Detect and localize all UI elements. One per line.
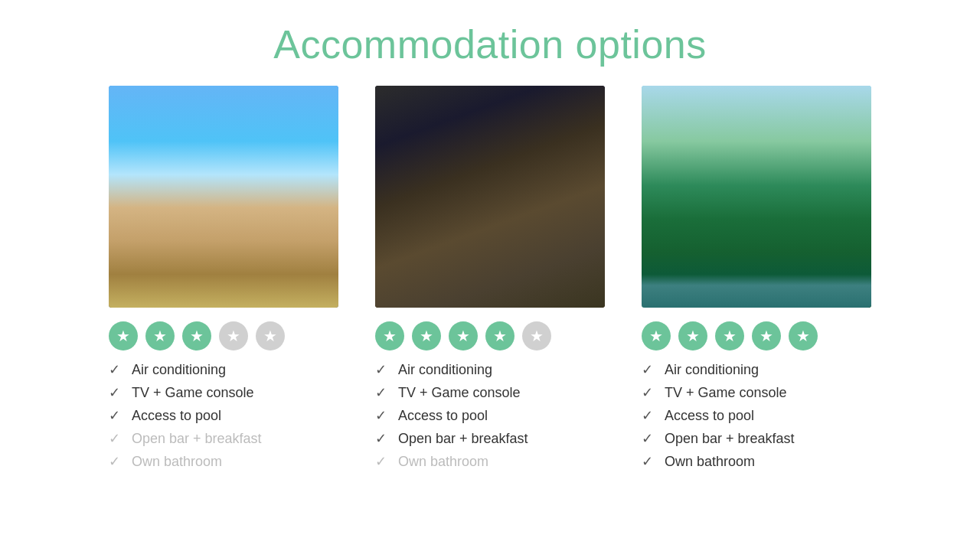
feature-item-3: ✓Access to pool [109, 407, 338, 424]
svg-marker-42 [703, 93, 871, 185]
svg-rect-39 [494, 231, 500, 269]
cards-container: ★★★★★✓Air conditioning✓TV + Game console… [0, 86, 980, 470]
feature-label: Access to pool [665, 408, 754, 424]
checkmark-icon: ✓ [375, 430, 390, 447]
feature-item-1: ✓Air conditioning [109, 361, 338, 378]
svg-rect-59 [776, 245, 814, 254]
svg-rect-21 [475, 147, 487, 162]
card-1-stars: ★★★★★ [109, 321, 338, 350]
svg-point-32 [375, 198, 464, 280]
svg-rect-23 [521, 147, 533, 162]
svg-rect-24 [452, 174, 464, 189]
feature-item-3: ✓Access to pool [642, 407, 871, 424]
svg-rect-57 [684, 246, 722, 256]
svg-rect-48 [642, 227, 871, 239]
feature-label: Own bathroom [665, 454, 755, 470]
svg-rect-52 [802, 189, 819, 235]
svg-point-29 [542, 103, 605, 191]
feature-label: Open bar + breakfast [665, 431, 795, 447]
star-3: ★ [182, 321, 211, 350]
svg-line-34 [390, 109, 436, 124]
star-2: ★ [412, 321, 441, 350]
star-5: ★ [789, 321, 818, 350]
svg-rect-16 [132, 250, 178, 266]
svg-rect-22 [498, 147, 510, 162]
svg-rect-6 [116, 132, 122, 254]
svg-point-60 [811, 245, 871, 308]
svg-point-28 [375, 86, 442, 167]
feature-item-2: ✓TV + Game console [375, 384, 605, 401]
star-2: ★ [145, 321, 175, 350]
svg-point-31 [550, 170, 605, 247]
feature-item-3: ✓Access to pool [375, 407, 605, 424]
feature-label: Open bar + breakfast [398, 431, 528, 447]
svg-point-14 [129, 116, 185, 186]
checkmark-icon: ✓ [375, 453, 390, 470]
feature-item-1: ✓Air conditioning [375, 361, 605, 378]
svg-point-33 [519, 221, 605, 302]
svg-rect-1 [109, 178, 338, 239]
checkmark-icon: ✓ [642, 430, 657, 447]
svg-rect-26 [498, 174, 510, 189]
checkmark-icon: ✓ [642, 407, 657, 424]
checkmark-icon: ✓ [109, 453, 124, 470]
svg-marker-38 [436, 208, 528, 231]
svg-rect-18 [375, 86, 605, 308]
svg-rect-19 [436, 132, 559, 231]
star-4: ★ [485, 321, 514, 350]
star-3: ★ [715, 321, 744, 350]
svg-rect-37 [429, 266, 551, 296]
page-title: Accommodation options [273, 21, 706, 67]
feature-label: Own bathroom [398, 454, 488, 470]
svg-line-35 [544, 132, 590, 147]
feature-item-2: ✓TV + Game console [109, 384, 338, 401]
star-5: ★ [256, 321, 285, 350]
svg-rect-53 [653, 162, 657, 231]
feature-item-5: ✓Own bathroom [642, 453, 871, 470]
card-3: ★★★★★✓Air conditioning✓TV + Game console… [642, 86, 871, 470]
card-2-image [375, 86, 605, 308]
checkmark-icon: ✓ [109, 384, 124, 401]
card-3-image [642, 86, 871, 308]
star-2: ★ [678, 321, 707, 350]
svg-marker-51 [787, 166, 837, 189]
svg-rect-20 [452, 147, 464, 162]
checkmark-icon: ✓ [109, 430, 124, 447]
card-2-features: ✓Air conditioning✓TV + Game console✓Acce… [375, 361, 605, 470]
svg-rect-11 [113, 142, 312, 145]
svg-point-56 [824, 131, 871, 188]
card-2: ★★★★★✓Air conditioning✓TV + Game console… [375, 86, 605, 470]
svg-marker-41 [680, 101, 833, 185]
card-1-image [109, 86, 338, 308]
checkmark-icon: ✓ [375, 407, 390, 424]
svg-rect-45 [642, 185, 871, 246]
svg-line-3 [109, 246, 338, 254]
card-1-features: ✓Air conditioning✓TV + Game console✓Acce… [109, 361, 338, 470]
checkmark-icon: ✓ [642, 361, 657, 378]
svg-rect-17 [231, 246, 277, 262]
checkmark-icon: ✓ [642, 384, 657, 401]
feature-item-2: ✓TV + Game console [642, 384, 871, 401]
feature-label: Own bathroom [132, 454, 222, 470]
svg-rect-40 [642, 86, 871, 308]
feature-label: Access to pool [398, 408, 488, 424]
checkmark-icon: ✓ [375, 361, 390, 378]
feature-item-4: ✓Open bar + breakfast [109, 430, 338, 447]
card-1: ★★★★★✓Air conditioning✓TV + Game console… [109, 86, 338, 470]
star-1: ★ [109, 321, 138, 350]
checkmark-icon: ✓ [109, 361, 124, 378]
svg-rect-50 [703, 193, 718, 235]
svg-line-5 [109, 277, 338, 285]
svg-rect-15 [109, 174, 338, 180]
svg-rect-47 [672, 239, 848, 281]
svg-rect-25 [475, 174, 487, 189]
svg-rect-2 [109, 235, 338, 308]
feature-item-1: ✓Air conditioning [642, 361, 871, 378]
svg-rect-7 [201, 124, 207, 254]
svg-point-30 [375, 138, 434, 217]
svg-rect-58 [730, 245, 768, 254]
card-3-stars: ★★★★★ [642, 321, 871, 350]
svg-rect-27 [521, 174, 533, 189]
feature-item-5: ✓Own bathroom [375, 453, 605, 470]
feature-label: TV + Game console [398, 385, 521, 401]
